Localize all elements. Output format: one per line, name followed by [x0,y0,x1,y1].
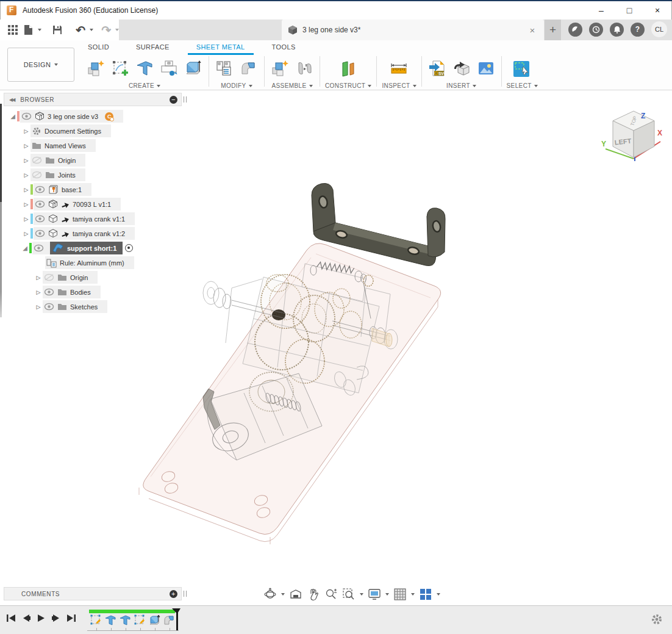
viewport-canvas[interactable] [0,90,672,605]
eye-visible-icon[interactable] [35,229,45,237]
tree-label[interactable]: Bodies [70,289,91,296]
fit-caret[interactable] [360,593,363,596]
minimize-button[interactable]: – [587,1,615,20]
insert-svg-icon[interactable]: SVG [427,58,448,79]
group-construct-label[interactable]: CONSTRUCT [325,82,365,89]
tree-row-bodies[interactable]: ▷ Bodies [34,285,101,299]
tree-row-sketches[interactable]: ▷ Sketches [34,300,107,314]
tree-row-70093[interactable]: ▷ 70093 L v1:1 [22,197,121,211]
undo-caret[interactable] [90,29,93,31]
tree-row-support-short[interactable]: ◢ support short:1 [21,241,133,255]
timeline-settings-gear-icon[interactable] [650,613,663,626]
go-to-start-icon[interactable] [6,613,16,623]
eye-visible-icon[interactable] [35,215,45,223]
construction-plane-icon[interactable] [338,58,359,79]
tree-row-named-views[interactable]: ▷ Named Views [22,139,96,153]
timeline-playhead[interactable] [171,608,181,630]
notifications-bell-icon[interactable] [610,23,624,37]
comments-add-icon[interactable]: + [170,590,177,598]
in-canvas-badge[interactable]: C [105,112,113,121]
expander-collapsed-icon[interactable]: ▷ [22,128,30,134]
tree-label[interactable]: tamiya crank v1:1 [73,215,125,223]
maximize-button[interactable]: □ [615,1,643,20]
tree-label[interactable]: 70093 L v1:1 [73,201,111,208]
flange-icon[interactable] [134,58,155,79]
selected-row-highlight[interactable]: support short:1 [50,242,123,254]
step-back-icon[interactable] [22,613,31,623]
pan-icon[interactable] [307,588,320,601]
tab-sheet-metal[interactable]: SHEET METAL [188,40,254,55]
feature-sketch-icon[interactable] [134,614,146,627]
document-tab[interactable]: 3 leg one side v3* × [282,20,544,40]
tree-label[interactable]: Document Settings [45,128,101,135]
unfold-icon[interactable] [238,58,259,79]
account-avatar[interactable]: CL [651,21,667,37]
tab-tools[interactable]: TOOLS [263,40,304,55]
group-assemble-label[interactable]: ASSEMBLE [271,82,306,89]
expander-collapsed-icon[interactable]: ▷ [22,143,30,149]
step-forward-icon[interactable] [51,613,60,623]
group-modify-label[interactable]: MODIFY [221,82,246,89]
expander-collapsed-icon[interactable]: ▷ [22,201,30,207]
eye-hidden-icon[interactable] [44,273,54,281]
viewports-icon[interactable] [419,588,432,601]
tab-solid[interactable]: SOLID [79,40,118,55]
tree-row-joints[interactable]: ▷ Joints [22,168,85,182]
tree-label[interactable]: Rule: Aluminum (mm) [60,259,124,267]
expander-expanded-icon[interactable]: ◢ [9,113,17,120]
create-sketch-icon[interactable] [110,58,130,79]
orbit-caret[interactable] [281,593,285,596]
convert-sheet-metal-icon[interactable] [214,58,235,79]
tree-label[interactable]: 3 leg one side v3 [48,113,98,120]
group-select-label[interactable]: SELECT [507,82,532,89]
eye-visible-icon[interactable] [35,200,45,208]
eye-visible-icon[interactable] [35,186,45,193]
workspace-selector[interactable]: DESIGN [7,48,74,82]
tree-label[interactable]: Named Views [45,142,86,149]
grid-icon[interactable] [393,588,407,601]
undo-icon[interactable]: ↶ [74,23,87,37]
comments-grip[interactable] [184,591,187,597]
eye-hidden-icon[interactable] [32,156,42,164]
tree-row-root[interactable]: ◢ 3 leg one side v3 C [9,109,123,123]
eye-visible-icon[interactable] [44,303,54,311]
measure-icon[interactable] [388,58,409,79]
expander-collapsed-icon[interactable]: ▷ [22,216,30,222]
tree-row-document-settings[interactable]: ▷ Document Settings [22,124,111,138]
tab-surface[interactable]: SURFACE [127,40,178,55]
display-settings-icon[interactable] [368,588,381,601]
tab-close-icon[interactable]: × [527,25,538,35]
tree-row-sheet-metal-rule[interactable]: Rule: Aluminum (mm) [45,256,134,270]
joint-icon[interactable] [294,58,315,79]
file-menu-caret[interactable] [38,29,41,31]
expander-collapsed-icon[interactable]: ▷ [34,289,43,295]
new-component-icon[interactable] [85,58,106,79]
canvas-icon[interactable] [476,58,496,79]
group-insert-label[interactable]: INSERT [446,82,470,89]
eye-visible-icon[interactable] [44,288,54,296]
tree-label[interactable]: Sketches [70,303,98,311]
eye-visible-icon[interactable] [34,244,44,252]
assemble-new-component-icon[interactable] [270,58,290,79]
browser-panel-header[interactable]: ◀◀ BROWSER − [4,93,182,106]
file-menu-icon[interactable] [22,23,35,37]
feature-sketch-icon[interactable] [90,614,102,627]
orbit-icon[interactable] [263,588,277,601]
tree-label[interactable]: Origin [58,157,76,164]
help-icon[interactable]: ? [631,23,645,37]
redo-icon[interactable]: ↷ [99,23,113,37]
collapse-arrows-icon[interactable]: ◀◀ [9,97,14,103]
eye-visible-icon[interactable] [21,112,32,120]
display-settings-caret[interactable] [385,593,389,596]
tree-label[interactable]: support short:1 [67,245,116,252]
app-grid-icon[interactable] [6,23,20,37]
browser-grip[interactable] [184,96,187,103]
tree-row-tamiya-crank-1[interactable]: ▷ tamiya crank v1:1 [22,212,135,226]
new-tab-button[interactable]: + [545,20,561,40]
fit-icon[interactable] [342,588,356,601]
play-icon[interactable] [37,613,46,623]
zoom-icon[interactable] [324,588,338,601]
expander-collapsed-icon[interactable]: ▷ [34,304,43,310]
tree-label[interactable]: tamiya crank v1:2 [73,230,125,237]
tree-label[interactable]: base:1 [62,186,82,193]
